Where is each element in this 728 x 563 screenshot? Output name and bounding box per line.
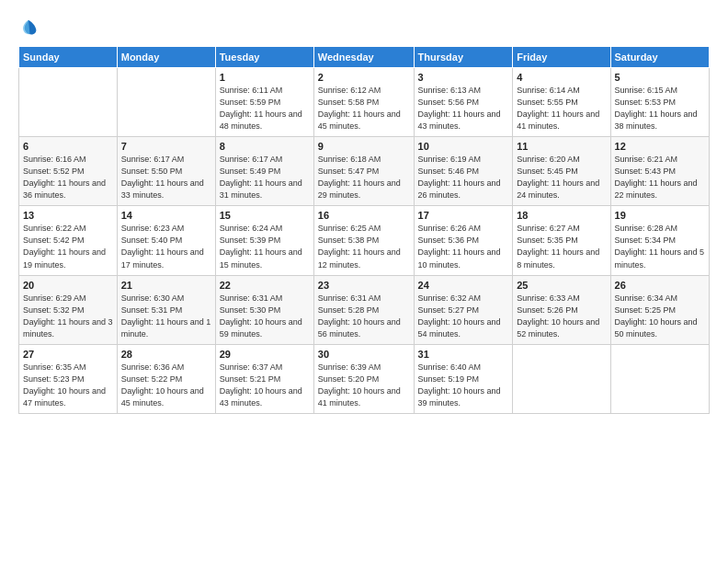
calendar-cell: 22Sunrise: 6:31 AM Sunset: 5:30 PM Dayli… (215, 275, 313, 344)
day-number: 7 (121, 141, 211, 152)
day-info: Sunrise: 6:27 AM Sunset: 5:35 PM Dayligh… (517, 223, 606, 270)
day-number: 26 (615, 280, 705, 291)
calendar-week-row: 27Sunrise: 6:35 AM Sunset: 5:23 PM Dayli… (19, 344, 710, 413)
calendar-cell: 23Sunrise: 6:31 AM Sunset: 5:28 PM Dayli… (313, 275, 414, 344)
day-header-thursday: Thursday (414, 47, 513, 68)
day-info: Sunrise: 6:31 AM Sunset: 5:28 PM Dayligh… (318, 293, 410, 340)
day-number: 27 (23, 349, 113, 360)
day-number: 20 (23, 280, 113, 291)
page: SundayMondayTuesdayWednesdayThursdayFrid… (0, 0, 728, 563)
calendar-cell: 11Sunrise: 6:20 AM Sunset: 5:45 PM Dayli… (513, 137, 610, 206)
day-number: 5 (615, 72, 705, 83)
calendar-header-row: SundayMondayTuesdayWednesdayThursdayFrid… (19, 47, 710, 68)
calendar-week-row: 1Sunrise: 6:11 AM Sunset: 5:59 PM Daylig… (19, 68, 710, 137)
calendar-cell: 16Sunrise: 6:25 AM Sunset: 5:38 PM Dayli… (313, 206, 414, 275)
day-info: Sunrise: 6:34 AM Sunset: 5:25 PM Dayligh… (615, 293, 705, 340)
calendar-cell: 21Sunrise: 6:30 AM Sunset: 5:31 PM Dayli… (117, 275, 215, 344)
day-info: Sunrise: 6:37 AM Sunset: 5:21 PM Dayligh… (220, 362, 310, 409)
calendar-week-row: 13Sunrise: 6:22 AM Sunset: 5:42 PM Dayli… (19, 206, 710, 275)
day-header-saturday: Saturday (610, 47, 709, 68)
calendar-cell: 4Sunrise: 6:14 AM Sunset: 5:55 PM Daylig… (513, 68, 610, 137)
day-info: Sunrise: 6:20 AM Sunset: 5:45 PM Dayligh… (517, 154, 606, 201)
calendar-cell (513, 344, 610, 413)
day-header-wednesday: Wednesday (313, 47, 414, 68)
calendar-cell: 18Sunrise: 6:27 AM Sunset: 5:35 PM Dayli… (513, 206, 610, 275)
day-number: 8 (220, 141, 310, 152)
day-number: 2 (318, 72, 410, 83)
calendar-cell: 9Sunrise: 6:18 AM Sunset: 5:47 PM Daylig… (313, 137, 414, 206)
day-number: 24 (418, 280, 509, 291)
header (18, 17, 710, 37)
calendar-cell: 2Sunrise: 6:12 AM Sunset: 5:58 PM Daylig… (313, 68, 414, 137)
day-info: Sunrise: 6:12 AM Sunset: 5:58 PM Dayligh… (318, 85, 410, 132)
day-number: 17 (418, 210, 509, 221)
day-number: 29 (220, 349, 310, 360)
logo-icon (18, 17, 39, 37)
day-info: Sunrise: 6:21 AM Sunset: 5:43 PM Dayligh… (615, 154, 705, 201)
day-number: 3 (418, 72, 509, 83)
day-info: Sunrise: 6:19 AM Sunset: 5:46 PM Dayligh… (418, 154, 509, 201)
day-info: Sunrise: 6:23 AM Sunset: 5:40 PM Dayligh… (121, 223, 211, 270)
day-info: Sunrise: 6:25 AM Sunset: 5:38 PM Dayligh… (318, 223, 410, 270)
calendar-cell: 8Sunrise: 6:17 AM Sunset: 5:49 PM Daylig… (215, 137, 313, 206)
calendar-cell: 26Sunrise: 6:34 AM Sunset: 5:25 PM Dayli… (610, 275, 709, 344)
day-number: 11 (517, 141, 606, 152)
calendar-cell: 1Sunrise: 6:11 AM Sunset: 5:59 PM Daylig… (215, 68, 313, 137)
day-info: Sunrise: 6:22 AM Sunset: 5:42 PM Dayligh… (23, 223, 113, 270)
day-info: Sunrise: 6:13 AM Sunset: 5:56 PM Dayligh… (418, 85, 509, 132)
day-number: 1 (220, 72, 310, 83)
day-number: 19 (615, 210, 705, 221)
calendar-cell: 24Sunrise: 6:32 AM Sunset: 5:27 PM Dayli… (414, 275, 513, 344)
day-info: Sunrise: 6:11 AM Sunset: 5:59 PM Dayligh… (220, 85, 310, 132)
day-number: 12 (615, 141, 705, 152)
calendar-cell: 30Sunrise: 6:39 AM Sunset: 5:20 PM Dayli… (313, 344, 414, 413)
day-header-sunday: Sunday (19, 47, 118, 68)
day-info: Sunrise: 6:17 AM Sunset: 5:49 PM Dayligh… (220, 154, 310, 201)
day-info: Sunrise: 6:14 AM Sunset: 5:55 PM Dayligh… (517, 85, 606, 132)
calendar-cell: 14Sunrise: 6:23 AM Sunset: 5:40 PM Dayli… (117, 206, 215, 275)
day-info: Sunrise: 6:30 AM Sunset: 5:31 PM Dayligh… (121, 293, 211, 340)
calendar-week-row: 6Sunrise: 6:16 AM Sunset: 5:52 PM Daylig… (19, 137, 710, 206)
calendar-cell: 12Sunrise: 6:21 AM Sunset: 5:43 PM Dayli… (610, 137, 709, 206)
day-info: Sunrise: 6:35 AM Sunset: 5:23 PM Dayligh… (23, 362, 113, 409)
day-number: 9 (318, 141, 410, 152)
day-info: Sunrise: 6:40 AM Sunset: 5:19 PM Dayligh… (418, 362, 509, 409)
logo (18, 17, 42, 37)
calendar-cell (19, 68, 118, 137)
day-number: 4 (517, 72, 606, 83)
day-header-friday: Friday (513, 47, 610, 68)
day-info: Sunrise: 6:26 AM Sunset: 5:36 PM Dayligh… (418, 223, 509, 270)
day-number: 28 (121, 349, 211, 360)
day-number: 22 (220, 280, 310, 291)
day-info: Sunrise: 6:31 AM Sunset: 5:30 PM Dayligh… (220, 293, 310, 340)
day-info: Sunrise: 6:36 AM Sunset: 5:22 PM Dayligh… (121, 362, 211, 409)
calendar-cell: 19Sunrise: 6:28 AM Sunset: 5:34 PM Dayli… (610, 206, 709, 275)
day-info: Sunrise: 6:17 AM Sunset: 5:50 PM Dayligh… (121, 154, 211, 201)
day-number: 15 (220, 210, 310, 221)
calendar-cell: 29Sunrise: 6:37 AM Sunset: 5:21 PM Dayli… (215, 344, 313, 413)
calendar-cell (117, 68, 215, 137)
day-info: Sunrise: 6:32 AM Sunset: 5:27 PM Dayligh… (418, 293, 509, 340)
calendar-cell: 20Sunrise: 6:29 AM Sunset: 5:32 PM Dayli… (19, 275, 118, 344)
day-info: Sunrise: 6:33 AM Sunset: 5:26 PM Dayligh… (517, 293, 606, 340)
day-number: 31 (418, 349, 509, 360)
calendar-cell (610, 344, 709, 413)
day-number: 25 (517, 280, 606, 291)
day-info: Sunrise: 6:18 AM Sunset: 5:47 PM Dayligh… (318, 154, 410, 201)
day-info: Sunrise: 6:28 AM Sunset: 5:34 PM Dayligh… (615, 223, 705, 270)
day-info: Sunrise: 6:29 AM Sunset: 5:32 PM Dayligh… (23, 293, 113, 340)
day-number: 14 (121, 210, 211, 221)
calendar-cell: 25Sunrise: 6:33 AM Sunset: 5:26 PM Dayli… (513, 275, 610, 344)
day-number: 6 (23, 141, 113, 152)
day-number: 23 (318, 280, 410, 291)
calendar-cell: 15Sunrise: 6:24 AM Sunset: 5:39 PM Dayli… (215, 206, 313, 275)
day-info: Sunrise: 6:16 AM Sunset: 5:52 PM Dayligh… (23, 154, 113, 201)
day-header-tuesday: Tuesday (215, 47, 313, 68)
day-number: 10 (418, 141, 509, 152)
day-info: Sunrise: 6:24 AM Sunset: 5:39 PM Dayligh… (220, 223, 310, 270)
day-number: 30 (318, 349, 410, 360)
day-info: Sunrise: 6:15 AM Sunset: 5:53 PM Dayligh… (615, 85, 705, 132)
day-number: 13 (23, 210, 113, 221)
calendar-cell: 17Sunrise: 6:26 AM Sunset: 5:36 PM Dayli… (414, 206, 513, 275)
day-number: 18 (517, 210, 606, 221)
